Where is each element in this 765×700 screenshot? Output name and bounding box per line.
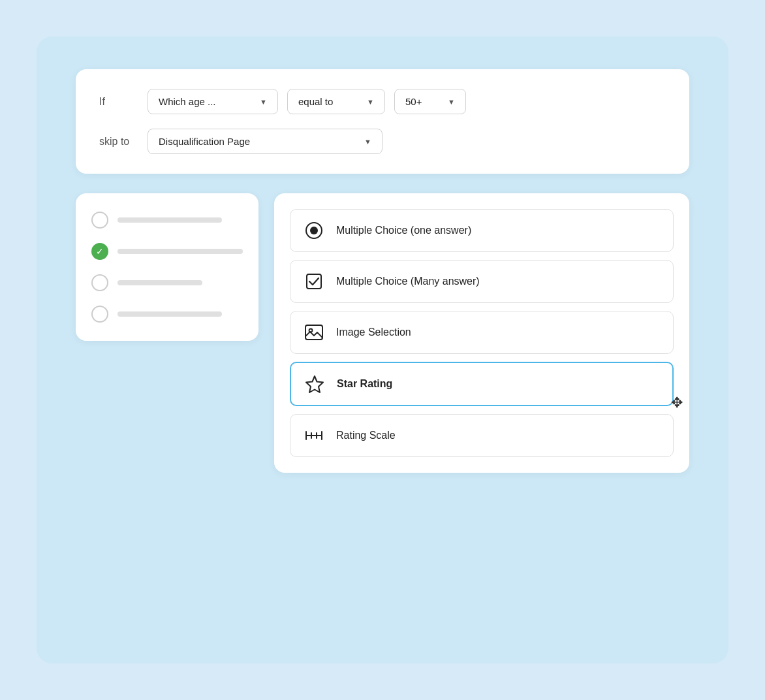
svg-point-1 [310,227,318,234]
destination-dropdown[interactable]: Disqualification Page ▼ [148,129,382,154]
radio-icon [304,220,324,241]
question-dropdown[interactable]: Which age ... ▼ [148,89,278,114]
main-container: If Which age ... ▼ equal to ▼ 50+ ▼ skip… [37,37,728,663]
condition-card: If Which age ... ▼ equal to ▼ 50+ ▼ skip… [76,69,689,174]
image-icon [304,322,324,343]
check-icon: ✓ [96,247,104,256]
line-2 [117,249,243,254]
radio-unselected-3 [91,306,108,323]
list-item [91,274,243,291]
type-option-multiple-choice-one[interactable]: Multiple Choice (one answer) [290,209,674,252]
operator-dropdown[interactable]: equal to ▼ [287,89,385,114]
star-rating-label: Star Rating [337,378,392,390]
multiple-choice-many-label: Multiple Choice (Many answer) [336,276,480,287]
scale-icon [304,425,324,446]
type-option-image-selection[interactable]: Image Selection [290,311,674,354]
type-option-star-rating[interactable]: Star Rating [290,362,674,406]
destination-dropdown-chevron: ▼ [364,138,371,146]
radio-unselected-2 [91,274,108,291]
multiple-choice-one-label: Multiple Choice (one answer) [336,225,471,236]
line-1 [117,217,222,223]
type-option-multiple-choice-many[interactable]: Multiple Choice (Many answer) [290,260,674,303]
image-selection-label: Image Selection [336,326,411,338]
radio-unselected-1 [91,212,108,229]
skip-to-label: skip to [99,136,138,148]
question-type-card: Multiple Choice (one answer) Multiple Ch… [274,193,689,473]
line-4 [117,311,222,317]
bottom-row: ✓ Mult [76,193,689,473]
survey-list-card: ✓ [76,193,258,341]
move-cursor-icon: ✥ [671,394,683,411]
skip-row: skip to Disqualification Page ▼ [99,129,666,154]
star-icon [304,374,325,394]
checkbox-icon [304,271,324,292]
value-dropdown[interactable]: 50+ ▼ [394,89,466,114]
radio-selected: ✓ [91,243,108,260]
condition-row: If Which age ... ▼ equal to ▼ 50+ ▼ [99,89,666,114]
list-item [91,306,243,323]
star-rating-wrapper: Star Rating ✥ [290,362,674,406]
svg-marker-5 [306,376,323,392]
operator-dropdown-chevron: ▼ [367,98,374,106]
line-3 [117,280,202,285]
svg-rect-3 [305,325,322,340]
question-dropdown-chevron: ▼ [260,98,267,106]
type-option-rating-scale[interactable]: Rating Scale [290,414,674,457]
rating-scale-label: Rating Scale [336,430,396,441]
if-label: If [99,96,138,108]
list-item: ✓ [91,243,243,260]
list-item [91,212,243,229]
value-dropdown-chevron: ▼ [448,98,455,106]
